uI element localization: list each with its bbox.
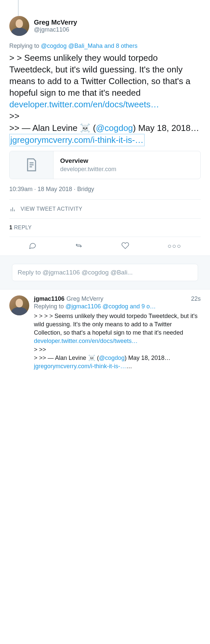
reply-prefix: Replying to (34, 303, 65, 310)
reply-others[interactable]: and 8 others (103, 43, 138, 49)
trailing-ellipsis: … (126, 363, 132, 370)
body-text: > >> (34, 346, 46, 353)
body-mention[interactable]: @cogdog (96, 123, 133, 133)
analytics-icon (9, 206, 16, 212)
activity-label: VIEW TWEET ACTIVITY (21, 206, 82, 212)
link-card[interactable]: Overview developer.twitter.com (9, 151, 201, 179)
actions-row: ○○○ (9, 237, 201, 256)
reply-context: Replying to @cogdog @Bali_Maha and 8 oth… (9, 43, 201, 50)
like-button[interactable] (121, 242, 129, 251)
main-tweet: Greg McVerry @jgmac1106 Replying to @cog… (0, 0, 210, 256)
stats-row: 1 REPLY (9, 218, 201, 237)
retweet-button[interactable] (75, 242, 83, 251)
reply-count[interactable]: 1 (9, 225, 12, 230)
skull-icon: ☠️ (88, 355, 95, 361)
author-row[interactable]: Greg McVerry @jgmac1106 (9, 16, 201, 36)
tweet-text: > > Seems unlikely they would torpedo Tw… (9, 52, 201, 146)
retweet-icon (75, 242, 83, 250)
body-text: > >> — Alan Levine (34, 355, 88, 361)
body-text: ( (90, 123, 96, 133)
body-text: ) May 18, 2018… (125, 355, 170, 361)
thread-line-icon (18, 0, 19, 16)
card-thumbnail (10, 151, 53, 179)
body-text: ) May 18, 2018… (133, 123, 199, 133)
reply-time[interactable]: 22s (191, 295, 201, 302)
reply-button[interactable] (29, 242, 37, 251)
timestamp[interactable]: 10:39am · 18 May 2018 · Bridgy (9, 186, 201, 199)
body-text: > > > > Seems unlikely they would torped… (34, 313, 197, 336)
reply-text: > > > > Seems unlikely they would torped… (34, 312, 201, 371)
reply-content: jgmac1106 Greg McVerry 22s Replying to @… (34, 295, 201, 371)
reply-header: jgmac1106 Greg McVerry 22s (34, 295, 201, 302)
avatar[interactable] (9, 295, 29, 315)
reply-icon (29, 242, 37, 250)
card-title: Overview (60, 157, 194, 164)
body-link[interactable]: jgregorymcverry.com/i-think-it-is-… (9, 134, 145, 146)
author-handle[interactable]: @jgmac1106 (34, 26, 77, 33)
body-text: >> — Alan Levine (9, 123, 80, 133)
document-icon (26, 158, 38, 172)
body-text: > > Seems unlikely they would torpedo Tw… (9, 53, 190, 98)
reply-tweet[interactable]: jgmac1106 Greg McVerry 22s Replying to @… (0, 289, 210, 377)
reply-mention[interactable]: @jgmac1106 (65, 303, 101, 310)
avatar[interactable] (9, 16, 29, 36)
author-name[interactable]: Greg McVerry (34, 19, 77, 26)
more-button[interactable]: ○○○ (167, 242, 181, 250)
skull-icon: ☠️ (80, 123, 90, 133)
reply-displayname: Greg McVerry (66, 295, 103, 302)
body-text: ( (95, 355, 99, 361)
reply-compose (0, 256, 210, 289)
card-domain: developer.twitter.com (60, 166, 194, 173)
more-icon: ○○○ (167, 242, 181, 250)
body-mention[interactable]: @cogdog (99, 355, 125, 361)
reply-prefix: Replying to (9, 43, 41, 49)
body-link[interactable]: developer.twitter.com/en/docs/tweets… (34, 338, 138, 344)
reply-mention[interactable]: @cogdog (102, 303, 128, 310)
reply-username[interactable]: jgmac1106 (34, 295, 64, 302)
body-link[interactable]: developer.twitter.com/en/docs/tweets… (9, 99, 159, 109)
reply-mention[interactable]: @Bali_Maha (68, 43, 102, 49)
reply-context: Replying to @jgmac1106 @cogdog and 9 o… (34, 303, 201, 310)
reply-label: REPLY (12, 225, 32, 230)
reply-others[interactable]: and 9 o… (128, 303, 156, 310)
card-body: Overview developer.twitter.com (53, 151, 200, 179)
tweet-activity-button[interactable]: VIEW TWEET ACTIVITY (9, 199, 201, 218)
reply-input[interactable] (12, 264, 198, 281)
heart-icon (121, 242, 129, 250)
body-text: >> (9, 111, 19, 121)
body-link[interactable]: jgregorymcverry.com/i-think-it-is-… (34, 363, 126, 370)
reply-mention[interactable]: @cogdog (41, 43, 66, 49)
